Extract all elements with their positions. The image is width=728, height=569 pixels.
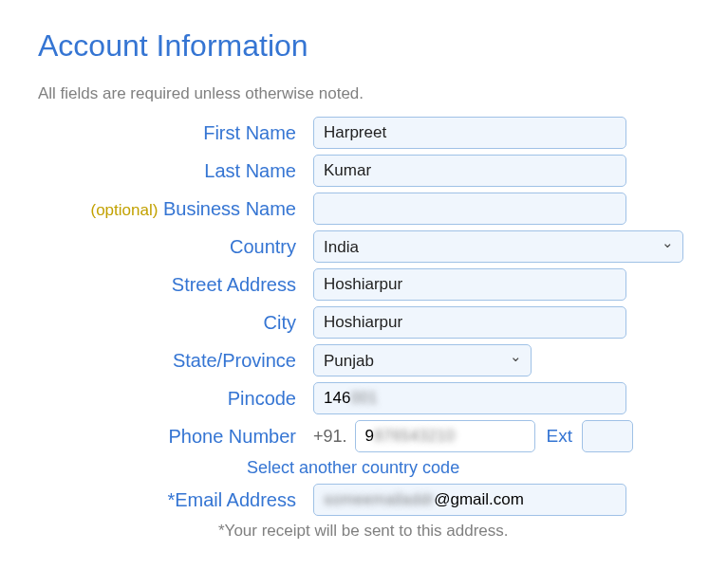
last-name-input[interactable] [313, 155, 626, 187]
label-street-address: Street Address [38, 274, 313, 296]
pincode-input[interactable]: 146001 [313, 382, 626, 414]
email-footnote: *Your receipt will be sent to this addre… [38, 522, 690, 541]
row-email: *Email Address someemailaddr@gmail.com [38, 484, 690, 516]
email-input[interactable]: someemailaddr@gmail.com [313, 484, 626, 516]
label-first-name: First Name [38, 122, 313, 144]
label-phone: Phone Number [38, 426, 313, 448]
state-select[interactable]: Punjab [313, 344, 532, 376]
row-pincode: Pincode 146001 [38, 382, 690, 414]
business-name-input[interactable] [313, 193, 626, 225]
row-first-name: First Name [38, 117, 690, 149]
label-email: *Email Address [38, 489, 313, 511]
street-address-input[interactable] [313, 268, 626, 301]
ext-input[interactable] [582, 420, 633, 452]
city-input[interactable] [313, 306, 626, 339]
row-business-name: (optional) Business Name [38, 193, 690, 225]
required-note: All fields are required unless otherwise… [38, 84, 690, 103]
label-city: City [38, 312, 313, 334]
page-title: Account Information [38, 28, 690, 64]
label-ext: Ext [547, 426, 572, 447]
label-state: State/Province [38, 350, 313, 372]
row-state: State/Province Punjab [38, 344, 690, 376]
row-city: City [38, 306, 690, 339]
phone-input[interactable]: 9876543210 [355, 420, 535, 452]
optional-tag: (optional) [91, 201, 159, 219]
label-country: Country [38, 236, 313, 258]
row-country: Country India [38, 230, 690, 263]
country-select[interactable]: India [313, 230, 683, 263]
label-last-name: Last Name [38, 160, 313, 182]
row-last-name: Last Name [38, 155, 690, 187]
row-street-address: Street Address [38, 268, 690, 301]
select-country-code-link[interactable]: Select another country code [247, 458, 459, 477]
phone-prefix: +91. [313, 427, 347, 447]
first-name-input[interactable] [313, 117, 626, 149]
row-phone: Phone Number +91. 9876543210 Ext [38, 420, 690, 452]
row-country-code-link: Select another country code [38, 458, 690, 478]
label-pincode: Pincode [38, 388, 313, 410]
label-business-name: (optional) Business Name [38, 198, 313, 220]
